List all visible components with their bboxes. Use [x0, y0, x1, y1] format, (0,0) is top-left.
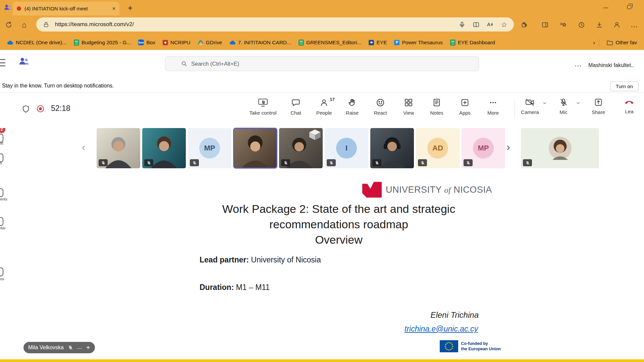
mic-off-badge	[144, 159, 153, 166]
people-button[interactable]: 17 People	[310, 95, 338, 116]
url-input[interactable]	[55, 21, 453, 28]
presenter-overlay-pill: Mila Velkovska — +	[23, 342, 95, 353]
refresh-button[interactable]	[3, 19, 15, 31]
bookmark-box[interactable]: box Box	[135, 38, 158, 47]
other-favorites-folder[interactable]: Other fav	[603, 38, 640, 47]
presenter-name: Eleni Trichina	[430, 310, 479, 320]
view-button[interactable]: View	[394, 95, 423, 116]
window-restore-button[interactable]	[621, 0, 637, 14]
camera-options-chevron-icon[interactable]	[541, 95, 548, 106]
university-wordmark: UNIVERSITY of NICOSIA	[386, 185, 492, 195]
copilot-sidebar-icon[interactable]	[539, 19, 551, 31]
extensions-icon[interactable]	[518, 19, 530, 31]
split-screen-icon[interactable]	[471, 19, 481, 29]
camera-toggle-button[interactable]: Camera	[519, 95, 541, 115]
sidebar-item-assignments[interactable]: ents	[0, 197, 7, 201]
bookmark-greensmes[interactable]: GREENSMES_Editori...	[296, 38, 365, 47]
mic-toggle-button[interactable]: Mic	[553, 95, 574, 115]
participant-initials-tile[interactable]: AD	[416, 128, 460, 168]
participant-initials-tile[interactable]: MP	[188, 128, 231, 168]
lock-icon[interactable]	[41, 19, 51, 29]
meeting-controls: Take control Chat 17 People	[244, 95, 507, 116]
bookmark-ncripu[interactable]: NCRIPU	[160, 38, 193, 47]
participant-video-tile[interactable]	[370, 128, 414, 168]
read-aloud-icon[interactable]: A	[485, 19, 495, 29]
slide-title-line2: recommendations roadmap	[174, 217, 503, 232]
active-speaker-tile[interactable]	[233, 128, 277, 168]
unic-logo-mark	[362, 181, 382, 198]
bookmark-budgeting[interactable]: Budgeting 2025 - G...	[71, 38, 134, 47]
leave-button[interactable]: Lea	[616, 95, 643, 114]
overlay-minimize-icon[interactable]: —	[77, 345, 82, 351]
raise-hand-button[interactable]: Raise	[338, 95, 366, 116]
teams-nav-menu-icon-clipped[interactable]	[0, 59, 5, 66]
downloads-icon[interactable]	[593, 19, 605, 31]
recording-indicator	[37, 105, 44, 112]
videos-icon[interactable]	[0, 267, 3, 276]
leave-phone-icon	[624, 98, 634, 106]
security-shield-icon[interactable]	[21, 105, 30, 113]
share-screen-icon	[594, 98, 603, 107]
participant-initials: AD	[427, 138, 448, 159]
bookmark-eye[interactable]: EYE	[366, 38, 390, 47]
pinned-participant-tile[interactable]	[521, 128, 599, 168]
bookmark-power-thesaurus[interactable]: P Power Thesaurus	[391, 38, 445, 47]
chat-button[interactable]: Chat	[282, 95, 310, 116]
new-tab-button[interactable]: +	[125, 3, 136, 13]
teams-header-more-icon[interactable]: …	[574, 60, 582, 68]
participant-count: 17	[330, 97, 335, 102]
slide-title-line3: Overview	[174, 232, 503, 247]
take-control-button[interactable]: Take control	[244, 95, 282, 116]
favorite-star-icon[interactable]: ☆	[499, 19, 509, 29]
strip-prev-chevron[interactable]: ‹	[82, 141, 86, 153]
participant-video-tile[interactable]	[279, 128, 323, 168]
assignments-icon[interactable]	[0, 188, 3, 197]
bookmark-ncdiel[interactable]: NCDIEL (One drive)...	[4, 38, 69, 47]
device-controls: Camera Mic Share	[519, 95, 643, 115]
account-name[interactable]: Mashinski fakultet..	[588, 62, 644, 68]
svg-text:A: A	[487, 21, 490, 27]
eu-cofunded-text: Co-funded by the European Union	[461, 341, 501, 352]
view-grid-icon	[404, 98, 413, 107]
share-button[interactable]: Share	[587, 95, 610, 115]
teams-logo-icon[interactable]	[18, 56, 30, 67]
mic-off-badge	[523, 159, 532, 166]
calendar-icon[interactable]	[0, 217, 3, 226]
window-minimize-button[interactable]: —	[598, 0, 614, 14]
search-input[interactable]	[191, 61, 473, 67]
home-button[interactable]: ⌂	[18, 19, 30, 31]
strip-next-chevron[interactable]: ›	[506, 141, 510, 153]
favorites-bar-icon[interactable]	[557, 19, 569, 31]
address-bar[interactable]: A ☆	[36, 17, 514, 32]
voice-search-mic-icon[interactable]	[457, 19, 467, 29]
browser-tab-active[interactable]: (4) INITIATION kick-off meet ×	[13, 2, 119, 15]
react-button[interactable]: React	[366, 95, 394, 116]
participant-initials-tile[interactable]: MP	[462, 128, 505, 168]
teams-left-rail-clipped: 2 ity 2 at s ents dar os	[0, 0, 10, 362]
mic-off-badge	[372, 159, 381, 166]
presenter-email-link[interactable]: trichina.e@unic.ac.cy	[405, 324, 478, 334]
apps-button[interactable]: Apps	[451, 95, 479, 116]
participant-video-tile[interactable]	[142, 128, 186, 168]
mic-options-chevron-icon[interactable]	[574, 95, 582, 106]
teams-search-bar[interactable]	[165, 56, 479, 71]
tab-close-icon[interactable]: ×	[112, 6, 115, 12]
participant-initials-tile[interactable]: I	[325, 128, 368, 168]
bookmark-eye-dashboard[interactable]: EYE Dashboard	[447, 38, 498, 47]
sidebar-item-videos[interactable]: os	[0, 277, 4, 281]
profile-avatar-icon[interactable]	[611, 19, 623, 31]
sidebar-item-calendar[interactable]: dar	[0, 226, 6, 230]
participant-strip: ‹ MP	[0, 128, 644, 170]
overlay-expand-icon[interactable]: +	[86, 344, 90, 351]
browser-menu-icon[interactable]: …	[628, 19, 640, 31]
bookmarks-overflow-chevron[interactable]: ›	[593, 39, 595, 46]
raise-hand-icon	[347, 98, 357, 107]
participant-video-tile[interactable]	[97, 128, 140, 168]
more-button[interactable]: More	[479, 95, 507, 116]
bookmark-gdrive[interactable]: GDrive	[195, 38, 225, 47]
search-icon	[181, 60, 187, 67]
turn-on-button[interactable]: Turn on	[610, 81, 639, 91]
notes-button[interactable]: Notes	[423, 95, 451, 116]
bookmark-initiation-card[interactable]: 7. INITITAION CARD...	[226, 38, 294, 47]
history-icon[interactable]	[575, 19, 587, 31]
